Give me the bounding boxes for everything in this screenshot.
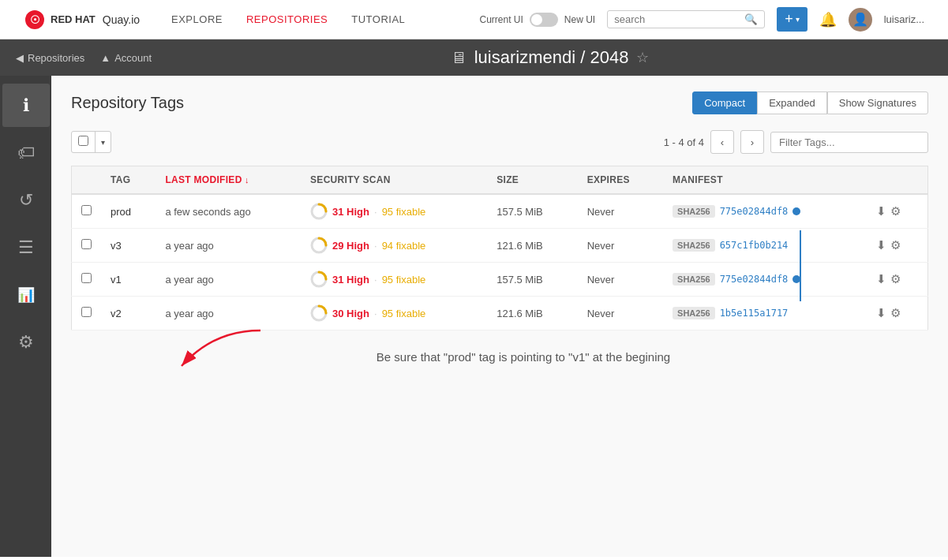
prev-page-button[interactable]: ‹ bbox=[710, 130, 734, 154]
next-page-button[interactable]: › bbox=[740, 130, 764, 154]
tags-table: TAG LAST MODIFIED SECURITY SCAN SIZE EXP… bbox=[71, 166, 928, 330]
select-dropdown-button[interactable]: ▾ bbox=[96, 134, 111, 151]
expires-value: Never bbox=[587, 240, 615, 252]
action-buttons: ⬇ ⚙ bbox=[876, 306, 918, 320]
settings-button[interactable]: ⚙ bbox=[890, 238, 901, 252]
settings-button[interactable]: ⚙ bbox=[890, 306, 901, 320]
fixable-count: 95 fixable bbox=[382, 274, 426, 286]
row-checkbox[interactable] bbox=[81, 273, 92, 283]
sidebar-item-history[interactable]: ↺ bbox=[2, 178, 50, 222]
modified-time: a year ago bbox=[165, 274, 213, 286]
actions-cell: ⬇ ⚙ bbox=[867, 229, 927, 263]
expires-value: Never bbox=[587, 206, 615, 218]
notifications-button[interactable]: 🔔 bbox=[819, 11, 837, 28]
download-button[interactable]: ⬇ bbox=[876, 204, 886, 218]
security-scan: 29 High · 94 fixable bbox=[310, 237, 478, 254]
nav-repositories[interactable]: REPOSITORIES bbox=[246, 13, 328, 25]
expires-cell: Never bbox=[578, 263, 663, 297]
breadcrumb-account[interactable]: ▲ Account bbox=[100, 52, 152, 64]
show-signatures-button[interactable]: Show Signatures bbox=[827, 91, 928, 114]
security-cell: 29 High · 94 fixable bbox=[301, 229, 487, 263]
ui-toggle-switch[interactable] bbox=[530, 13, 558, 27]
modified-time: a year ago bbox=[165, 240, 213, 252]
manifest-dot bbox=[792, 207, 800, 215]
size-cell: 121.6 MiB bbox=[487, 297, 578, 330]
row-checkbox[interactable] bbox=[81, 205, 92, 215]
breadcrumb-repositories[interactable]: ◀ Repositories bbox=[16, 52, 84, 64]
manifest-cell: SHA256 775e02844df8 bbox=[663, 263, 867, 297]
settings-button[interactable]: ⚙ bbox=[890, 272, 901, 286]
row-checkbox-cell bbox=[72, 229, 102, 263]
tags-header: Repository Tags Compact Expanded Show Si… bbox=[71, 91, 928, 114]
action-buttons: ⬇ ⚙ bbox=[876, 272, 918, 286]
download-button[interactable]: ⬇ bbox=[876, 272, 886, 286]
actions-col-header bbox=[867, 166, 927, 195]
high-count: 31 High bbox=[332, 274, 369, 286]
row-checkbox[interactable] bbox=[81, 239, 92, 249]
sidebar-item-stats[interactable]: 📊 bbox=[2, 273, 50, 316]
tag-name: prod bbox=[111, 206, 131, 218]
tag-name: v1 bbox=[111, 274, 122, 286]
select-all-control: ▾ bbox=[71, 131, 111, 153]
view-buttons: Compact Expanded Show Signatures bbox=[692, 91, 928, 114]
scan-spinner-icon bbox=[310, 304, 328, 322]
size-value: 121.6 MiB bbox=[496, 240, 543, 252]
security-scan-col-header: SECURITY SCAN bbox=[301, 166, 487, 195]
compact-view-button[interactable]: Compact bbox=[692, 91, 757, 114]
actions-left: ▾ bbox=[71, 131, 111, 153]
sha-badge: SHA256 bbox=[673, 205, 715, 218]
search-input[interactable] bbox=[614, 13, 744, 25]
filter-tags-input[interactable] bbox=[770, 132, 928, 153]
row-checkbox[interactable] bbox=[81, 307, 92, 317]
expanded-view-button[interactable]: Expanded bbox=[757, 91, 827, 114]
actions-cell: ⬇ ⚙ bbox=[867, 297, 927, 330]
security-scan: 31 High · 95 fixable bbox=[310, 203, 478, 220]
expires-cell: Never bbox=[578, 194, 663, 229]
tags-title: Repository Tags bbox=[71, 94, 184, 112]
repo-title: luisarizmendi / 2048 bbox=[474, 47, 629, 68]
sha-link[interactable]: 775e02844df8 bbox=[720, 274, 789, 285]
breadcrumb-repositories-label: Repositories bbox=[28, 52, 84, 64]
annotation-area: Be sure that "prod" tag is pointing to "… bbox=[71, 346, 928, 368]
sha-link[interactable]: 657c1fb0b214 bbox=[720, 240, 789, 251]
settings-button[interactable]: ⚙ bbox=[890, 204, 901, 218]
sidebar-item-tags[interactable]: 🏷 bbox=[2, 131, 50, 174]
select-all-checkbox[interactable] bbox=[78, 136, 88, 146]
last-modified-col-header[interactable]: LAST MODIFIED bbox=[156, 166, 301, 195]
svg-text:☉: ☉ bbox=[30, 13, 40, 26]
search-box: 🔍 bbox=[607, 10, 765, 28]
action-buttons: ⬇ ⚙ bbox=[876, 238, 918, 252]
sha-link[interactable]: 1b5e115a1717 bbox=[720, 308, 789, 319]
tag-col-header: TAG bbox=[101, 166, 156, 195]
dot-separator: · bbox=[374, 308, 377, 319]
sidebar-item-settings[interactable]: ⚙ bbox=[2, 320, 50, 364]
quay-text: Quay.io bbox=[103, 13, 140, 26]
modified-cell: a year ago bbox=[156, 229, 301, 263]
download-button[interactable]: ⬇ bbox=[876, 238, 886, 252]
ui-toggle: Current UI New UI bbox=[479, 13, 595, 27]
scan-spinner-icon bbox=[310, 271, 328, 288]
nav-explore[interactable]: EXPLORE bbox=[171, 13, 223, 25]
tag-name: v3 bbox=[111, 240, 122, 252]
manifest-col-header: MANIFEST bbox=[663, 166, 867, 195]
add-button[interactable]: + ▾ bbox=[777, 7, 807, 32]
fixable-count: 94 fixable bbox=[382, 240, 426, 252]
sha-link[interactable]: 775e02844df8 bbox=[720, 206, 789, 217]
top-right-controls: Current UI New UI 🔍 + ▾ 🔔 👤 luisariz... bbox=[479, 7, 924, 32]
tags-icon: 🏷 bbox=[17, 143, 35, 163]
sidebar-item-info[interactable]: ℹ bbox=[2, 84, 50, 127]
up-arrow-icon: ▲ bbox=[100, 52, 111, 64]
select-all-checkbox-area[interactable] bbox=[72, 132, 96, 152]
fixable-count: 95 fixable bbox=[382, 308, 426, 319]
modified-cell: a few seconds ago bbox=[156, 194, 301, 229]
sha-badge: SHA256 bbox=[673, 273, 715, 286]
size-cell: 157.5 MiB bbox=[487, 263, 578, 297]
star-button[interactable]: ☆ bbox=[636, 49, 649, 66]
expires-cell: Never bbox=[578, 229, 663, 263]
search-button[interactable]: 🔍 bbox=[744, 13, 758, 25]
nav-tutorial[interactable]: TUTORIAL bbox=[351, 13, 405, 25]
download-button[interactable]: ⬇ bbox=[876, 306, 886, 320]
expires-value: Never bbox=[587, 308, 615, 319]
sidebar-item-list[interactable]: ☰ bbox=[2, 226, 50, 269]
info-icon: ℹ bbox=[23, 95, 29, 116]
